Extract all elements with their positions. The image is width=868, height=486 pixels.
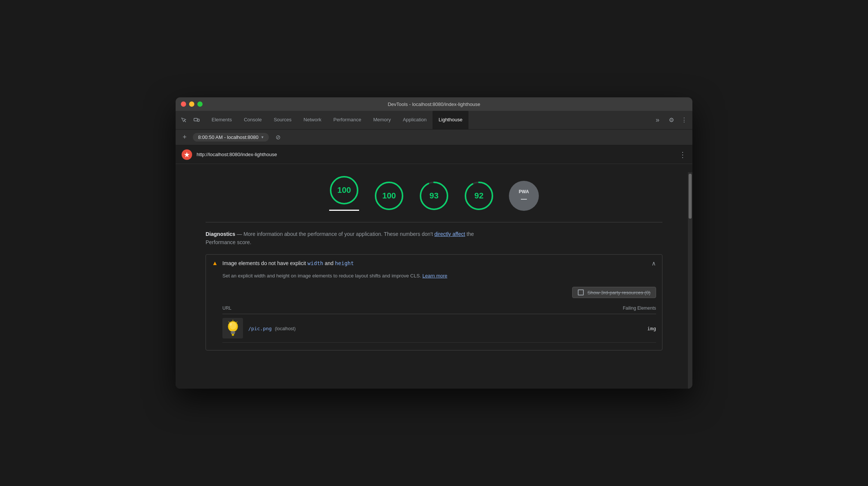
add-tab-icon[interactable]: + [180,133,189,141]
svg-rect-16 [232,334,234,336]
svg-rect-0 [194,118,197,121]
warning-header[interactable]: ▲ Image elements do not have explicit wi… [206,255,662,272]
score-seo: 92 [464,181,494,211]
resource-url-cell: /pic.png (localhost) [222,318,483,338]
score-performance: 100 [329,175,359,211]
score-circle-best-practices[interactable]: 93 [419,181,449,211]
third-party-checkbox[interactable] [578,289,584,295]
diagnostics-section: Diagnostics — More information about the… [206,222,662,350]
tabs-list: Elements Console Sources Network Perform… [206,111,652,129]
score-circle-performance[interactable]: 100 [329,175,359,205]
table-row: /pic.png (localhost) img [222,314,656,343]
title-bar: DevTools - localhost:8080/index-lighthou… [176,97,692,111]
diagnostics-line2: Performance score. [206,239,251,245]
resource-thumbnail [222,318,243,338]
svg-rect-1 [197,119,199,121]
score-value-seo: 92 [474,191,483,201]
diagnostics-desc: More information about the performance o… [243,231,433,237]
lighthouse-header: http://localhost:8080/index-lighthouse ⋮ [176,145,692,164]
tab-bar: Elements Console Sources Network Perform… [176,111,692,130]
table-header-failing: Failing Elements [483,303,656,314]
device-toggle-icon[interactable] [191,115,202,125]
window-title: DevTools - localhost:8080/index-lighthou… [388,101,480,107]
inspect-icon[interactable] [179,115,189,125]
resource-url-link[interactable]: /pic.png [248,326,272,331]
diagnostics-description: Diagnostics — More information about the… [206,230,662,247]
scores-area: 100 100 [176,164,692,211]
pwa-dash: — [521,196,527,203]
score-value-best-practices: 93 [430,191,438,201]
scrollbar-thumb[interactable] [689,174,692,219]
tab-elements[interactable]: Elements [206,111,238,129]
tab-network[interactable]: Network [298,111,328,129]
resource-origin: (localhost) [275,326,295,331]
settings-icon[interactable]: ⚙ [666,115,677,125]
pwa-label: PWA [519,189,529,194]
svg-point-17 [230,323,232,326]
address-dropdown-arrow: ▾ [261,135,264,140]
warning-item: ▲ Image elements do not have explicit wi… [206,254,662,351]
address-text: 8:00:50 AM - localhost:8080 [198,134,258,140]
score-value-accessibility: 100 [382,191,396,201]
resource-failing-element: img [647,326,656,331]
score-accessibility: 100 [374,181,404,211]
tab-performance[interactable]: Performance [327,111,367,129]
lighthouse-more-button[interactable]: ⋮ [679,150,686,159]
svg-line-19 [228,322,230,323]
third-party-label: Show 3rd-party resources (0) [588,290,650,295]
diagnostics-separator: — [237,231,243,237]
diagnostics-link[interactable]: directly affect [434,231,465,237]
table-cell-failing: img [483,314,656,343]
tab-console[interactable]: Console [238,111,268,129]
warning-description: Set an explicit width and height on imag… [222,272,656,280]
devtools-left-icons [179,115,202,125]
warning-triangle-icon: ▲ [212,260,218,267]
resource-table: URL Failing Elements [222,303,656,343]
yellow-traffic-light[interactable] [189,101,194,107]
warning-body: Set an explicit width and height on imag… [206,272,662,350]
svg-marker-2 [184,152,189,157]
warning-chevron-icon[interactable]: ∧ [652,260,656,267]
show-third-party-button[interactable]: Show 3rd-party resources (0) [572,287,656,298]
stop-loading-button[interactable]: ⊘ [276,134,280,141]
table-cell-url: /pic.png (localhost) [222,314,483,343]
main-content: 100 100 [176,164,692,389]
address-bar: + 8:00:50 AM - localhost:8080 ▾ ⊘ [176,130,692,145]
lighthouse-logo-icon [182,149,192,160]
tab-memory[interactable]: Memory [367,111,397,129]
score-circle-accessibility[interactable]: 100 [374,181,404,211]
window-scrollbar[interactable] [688,172,692,389]
svg-line-20 [236,322,237,323]
score-best-practices: 93 [419,181,449,211]
red-traffic-light[interactable] [181,101,186,107]
score-circle-seo[interactable]: 92 [464,181,494,211]
tab-application[interactable]: Application [397,111,433,129]
address-pill[interactable]: 8:00:50 AM - localhost:8080 ▾ [193,133,269,142]
tab-sources[interactable]: Sources [268,111,298,129]
diagnostics-desc-end: the [467,231,474,237]
diagnostics-title: Diagnostics [206,231,235,237]
score-pwa: PWA — [509,181,539,211]
green-traffic-light[interactable] [197,101,203,107]
warning-title: Image elements do not have explicit widt… [222,260,647,266]
lighthouse-url: http://localhost:8080/index-lighthouse [197,152,679,157]
devtools-right-icons: ⚙ ⋮ [666,115,689,125]
pwa-circle[interactable]: PWA — [509,181,539,211]
learn-more-link[interactable]: Learn more [422,273,447,279]
more-tabs-button[interactable]: » [652,116,663,124]
traffic-lights [181,101,203,107]
third-party-row: Show 3rd-party resources (0) [222,287,656,298]
tab-lighthouse[interactable]: Lighthouse [433,111,468,129]
more-options-icon[interactable]: ⋮ [679,115,689,125]
table-header-url: URL [222,303,483,314]
score-underline [329,210,359,211]
score-value-performance: 100 [337,185,351,195]
